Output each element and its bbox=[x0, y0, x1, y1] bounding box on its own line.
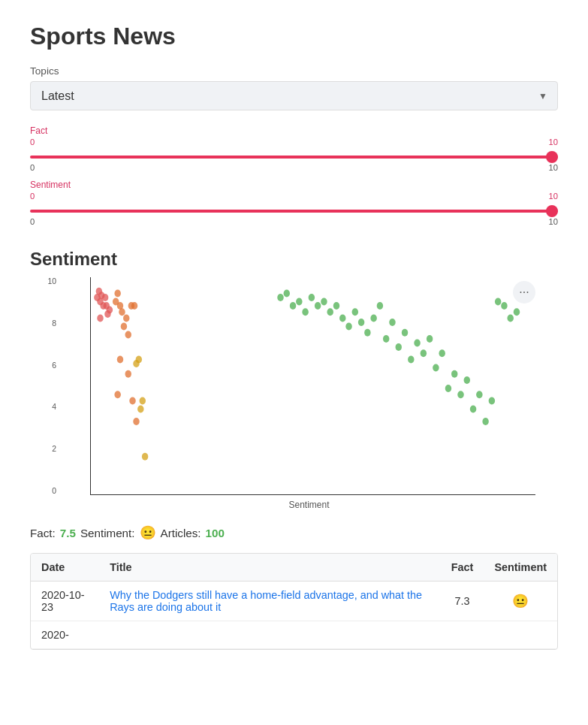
page-title: Sports News bbox=[30, 23, 558, 50]
svg-point-61 bbox=[476, 391, 482, 398]
fact-filter: Fact 0 10 0 10 bbox=[30, 125, 558, 172]
svg-point-5 bbox=[102, 294, 108, 301]
svg-point-16 bbox=[125, 331, 131, 339]
svg-point-41 bbox=[352, 308, 358, 316]
y-label-4: 4 bbox=[30, 403, 56, 411]
summary-fact-label: Fact: bbox=[30, 527, 56, 539]
table-body: 2020-10-23 Why the Dodgers still have a … bbox=[31, 582, 557, 649]
sentiment-filter: Sentiment 0 10 0 10 bbox=[30, 180, 558, 226]
y-label-6: 6 bbox=[30, 361, 56, 370]
svg-point-55 bbox=[439, 349, 445, 357]
article-link[interactable]: Why the Dodgers still have a home-field … bbox=[110, 589, 422, 613]
table-header-row: Date Title Fact Sentiment bbox=[31, 554, 557, 582]
svg-point-42 bbox=[358, 319, 364, 326]
sentiment-range-min: 0 bbox=[30, 217, 35, 226]
table-header: Date Title Fact Sentiment bbox=[31, 554, 557, 582]
cell-title bbox=[99, 621, 441, 649]
y-label-8: 8 bbox=[30, 319, 56, 328]
col-date: Date bbox=[31, 554, 99, 582]
svg-point-48 bbox=[396, 343, 402, 351]
col-title: Title bbox=[99, 554, 441, 582]
sentiment-range-max: 10 bbox=[549, 217, 558, 226]
fact-range-min: 0 bbox=[30, 163, 35, 172]
chart-x-label: Sentiment bbox=[60, 500, 558, 510]
y-label-0: 0 bbox=[30, 487, 56, 495]
svg-point-8 bbox=[104, 302, 110, 310]
cell-fact bbox=[441, 621, 484, 649]
svg-point-28 bbox=[142, 453, 148, 461]
fact-filter-label: Fact bbox=[30, 125, 558, 136]
fact-max-label: 10 bbox=[549, 137, 558, 147]
svg-point-40 bbox=[345, 323, 351, 331]
svg-point-27 bbox=[140, 397, 146, 405]
scatter-chart: ··· bbox=[90, 277, 535, 495]
svg-point-39 bbox=[339, 315, 345, 322]
cell-title: Why the Dodgers still have a home-field … bbox=[99, 582, 441, 621]
sentiment-min-label: 0 bbox=[30, 192, 35, 201]
chart-wrapper: 10 8 6 4 2 0 ··· bbox=[30, 277, 558, 495]
svg-point-23 bbox=[114, 391, 120, 398]
svg-point-22 bbox=[117, 356, 123, 364]
scatter-plot-svg bbox=[91, 277, 535, 495]
table-row: 2020-10-23 Why the Dodgers still have a … bbox=[31, 582, 557, 621]
y-label-10: 10 bbox=[30, 277, 56, 285]
sentiment-range-values: 0 10 bbox=[30, 217, 558, 226]
svg-point-18 bbox=[131, 302, 137, 310]
fact-range-input[interactable] bbox=[30, 156, 558, 159]
svg-point-44 bbox=[370, 315, 376, 322]
svg-point-63 bbox=[489, 397, 495, 405]
svg-point-30 bbox=[284, 290, 290, 298]
svg-point-45 bbox=[377, 302, 383, 310]
svg-point-56 bbox=[445, 385, 451, 392]
col-fact: Fact bbox=[441, 554, 484, 582]
cell-sentiment: 😐 bbox=[484, 582, 557, 621]
chart-section: Sentiment 10 8 6 4 2 0 ··· Sentiment bbox=[30, 249, 558, 510]
svg-point-58 bbox=[457, 391, 463, 398]
svg-point-21 bbox=[133, 418, 139, 425]
svg-point-31 bbox=[290, 302, 296, 310]
cell-fact: 7.3 bbox=[441, 582, 484, 621]
svg-point-15 bbox=[123, 315, 129, 322]
fact-range-bounds: 0 10 bbox=[30, 137, 558, 147]
svg-point-38 bbox=[333, 302, 339, 310]
svg-point-46 bbox=[383, 335, 389, 343]
cell-date: 2020-10-23 bbox=[31, 582, 99, 621]
svg-point-62 bbox=[482, 418, 488, 425]
svg-point-65 bbox=[501, 302, 507, 310]
summary-fact-value: 7.5 bbox=[60, 527, 76, 539]
topics-select[interactable]: Latest NFL NBA MLB NHL Soccer bbox=[30, 81, 558, 110]
svg-point-11 bbox=[114, 290, 120, 298]
svg-point-67 bbox=[514, 308, 520, 316]
svg-point-35 bbox=[315, 302, 321, 310]
fact-min-label: 0 bbox=[30, 137, 35, 147]
svg-point-64 bbox=[495, 298, 501, 306]
y-axis-labels: 10 8 6 4 2 0 bbox=[30, 277, 56, 495]
topics-select-wrapper: Latest NFL NBA MLB NHL Soccer ▼ bbox=[30, 81, 558, 110]
svg-point-29 bbox=[277, 294, 283, 301]
svg-point-54 bbox=[433, 364, 439, 372]
table-row: 2020- bbox=[31, 621, 557, 649]
svg-point-52 bbox=[421, 349, 427, 357]
fact-range-max: 10 bbox=[549, 163, 558, 172]
more-button[interactable]: ··· bbox=[513, 281, 535, 304]
sentiment-filter-label: Sentiment bbox=[30, 180, 558, 190]
summary-articles-label: Articles: bbox=[161, 527, 201, 539]
svg-point-50 bbox=[408, 356, 414, 364]
svg-point-36 bbox=[321, 298, 327, 306]
svg-point-9 bbox=[97, 315, 103, 322]
svg-point-33 bbox=[302, 308, 308, 316]
topics-label: Topics bbox=[30, 65, 558, 77]
articles-table-wrapper: Date Title Fact Sentiment 2020-10-23 Why… bbox=[30, 553, 558, 650]
sentiment-max-label: 10 bbox=[549, 192, 558, 201]
sentiment-range-bounds: 0 10 bbox=[30, 192, 558, 201]
svg-point-66 bbox=[507, 315, 513, 322]
svg-point-47 bbox=[389, 319, 395, 326]
summary-articles-value: 100 bbox=[206, 527, 225, 539]
svg-point-57 bbox=[451, 370, 457, 378]
summary-row: Fact: 7.5 Sentiment: 😐 Articles: 100 bbox=[30, 525, 558, 541]
articles-table: Date Title Fact Sentiment 2020-10-23 Why… bbox=[31, 554, 557, 649]
sentiment-range-input[interactable] bbox=[30, 210, 558, 213]
fact-range-values: 0 10 bbox=[30, 163, 558, 172]
summary-sentiment-emoji: 😐 bbox=[140, 525, 156, 541]
cell-sentiment bbox=[484, 621, 557, 649]
